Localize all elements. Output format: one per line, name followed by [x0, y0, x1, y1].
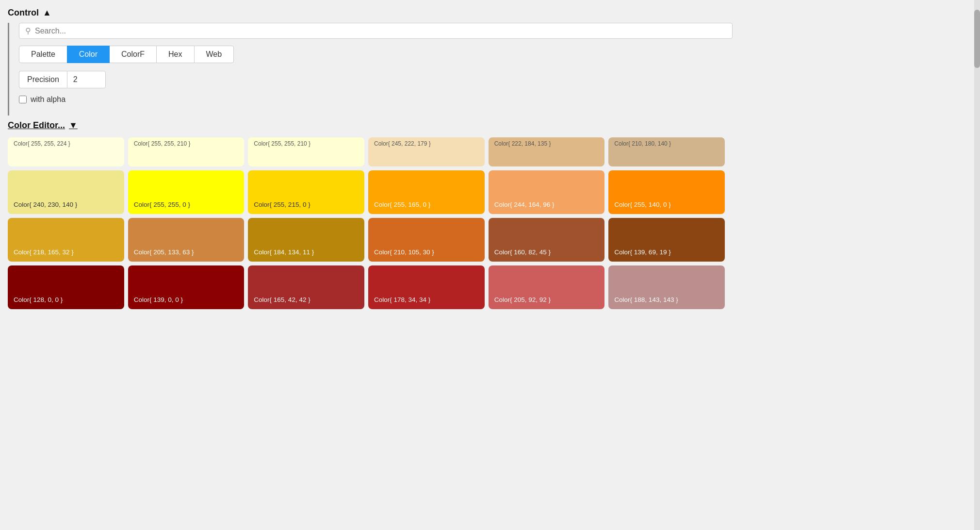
- color-editor-arrow: ▼: [69, 120, 78, 131]
- tab-colorf[interactable]: ColorF: [109, 46, 157, 63]
- color-grid: Color{ 255, 255, 224 } Color{ 255, 255, …: [0, 137, 733, 309]
- color-value: Color{ 128, 0, 0 }: [14, 296, 63, 304]
- search-icon: ⚲: [25, 26, 31, 35]
- list-item[interactable]: Color{ 240, 230, 140 }: [8, 170, 124, 214]
- list-item[interactable]: Color{ 165, 42, 42 }: [248, 265, 364, 309]
- control-body: ⚲ Palette Color ColorF Hex Web Precision…: [8, 23, 733, 116]
- list-item[interactable]: Color{ 218, 165, 32 }: [8, 218, 124, 262]
- color-value: Color{ 244, 164, 96 }: [494, 200, 555, 209]
- color-value: Color{ 255, 165, 0 }: [374, 200, 430, 209]
- tab-group: Palette Color ColorF Hex Web: [19, 46, 733, 63]
- color-value: Color{ 255, 255, 210 }: [134, 140, 191, 148]
- panel-title: Control: [8, 8, 39, 18]
- search-bar: ⚲: [19, 23, 733, 39]
- tab-hex[interactable]: Hex: [156, 46, 194, 63]
- list-item[interactable]: Color{ 160, 82, 45 }: [489, 218, 605, 262]
- color-value: Color{ 245, 222, 179 }: [374, 140, 431, 148]
- list-item[interactable]: Color{ 205, 133, 63 }: [128, 218, 245, 262]
- alpha-row: with alpha: [19, 95, 733, 104]
- color-value: Color{ 165, 42, 42 }: [254, 296, 310, 304]
- list-item[interactable]: Color{ 178, 34, 34 }: [368, 265, 485, 309]
- color-value: Color{ 205, 133, 63 }: [134, 248, 194, 257]
- list-item[interactable]: Color{ 139, 69, 19 }: [608, 218, 725, 262]
- list-item[interactable]: Color{ 255, 140, 0 }: [608, 170, 725, 214]
- alpha-checkbox[interactable]: [19, 96, 27, 103]
- color-value: Color{ 178, 34, 34 }: [374, 296, 430, 304]
- color-value: Color{ 218, 165, 32 }: [14, 248, 74, 257]
- color-value: Color{ 255, 255, 0 }: [134, 200, 190, 209]
- color-value: Color{ 210, 180, 140 }: [614, 140, 671, 148]
- color-value: Color{ 139, 69, 19 }: [614, 248, 670, 257]
- tab-color[interactable]: Color: [67, 46, 110, 63]
- list-item[interactable]: Color{ 255, 215, 0 }: [248, 170, 364, 214]
- color-value: Color{ 188, 143, 143 }: [614, 296, 678, 304]
- color-value: Color{ 160, 82, 45 }: [494, 248, 551, 257]
- alpha-label: with alpha: [31, 95, 65, 104]
- search-input[interactable]: [35, 27, 726, 35]
- list-item[interactable]: Color{ 255, 165, 0 }: [368, 170, 485, 214]
- color-value: Color{ 184, 134, 11 }: [254, 248, 314, 257]
- precision-label: Precision: [19, 71, 67, 88]
- control-panel: Control ▲ ⚲ Palette Color ColorF Hex Web…: [0, 0, 733, 314]
- list-item[interactable]: Color{ 222, 184, 135 }: [489, 137, 605, 166]
- list-item[interactable]: Color{ 244, 164, 96 }: [489, 170, 605, 214]
- list-item[interactable]: Color{ 255, 255, 224 }: [8, 137, 124, 166]
- precision-row: Precision: [19, 71, 733, 88]
- color-editor-label: Color Editor...: [8, 120, 65, 131]
- list-item[interactable]: Color{ 210, 105, 30 }: [368, 218, 485, 262]
- list-item[interactable]: Color{ 255, 255, 0 }: [128, 170, 245, 214]
- color-value: Color{ 240, 230, 140 }: [14, 200, 77, 209]
- list-item[interactable]: Color{ 188, 143, 143 }: [608, 265, 725, 309]
- list-item[interactable]: Color{ 255, 255, 210 }: [128, 137, 245, 166]
- list-item[interactable]: Color{ 205, 92, 92 }: [489, 265, 605, 309]
- panel-header: Control ▲: [0, 5, 733, 23]
- list-item[interactable]: Color{ 184, 134, 11 }: [248, 218, 364, 262]
- list-item[interactable]: Color{ 255, 255, 210 }: [248, 137, 364, 166]
- color-value: Color{ 255, 255, 224 }: [14, 140, 70, 148]
- list-item[interactable]: Color{ 245, 222, 179 }: [368, 137, 485, 166]
- color-editor-header[interactable]: Color Editor... ▼: [0, 116, 733, 137]
- list-item[interactable]: Color{ 210, 180, 140 }: [608, 137, 725, 166]
- color-value: Color{ 139, 0, 0 }: [134, 296, 183, 304]
- list-item[interactable]: Color{ 139, 0, 0 }: [128, 265, 245, 309]
- panel-arrow[interactable]: ▲: [43, 8, 51, 18]
- color-value: Color{ 222, 184, 135 }: [494, 140, 551, 148]
- tab-web[interactable]: Web: [194, 46, 234, 63]
- tab-palette[interactable]: Palette: [19, 46, 67, 63]
- color-value: Color{ 205, 92, 92 }: [494, 296, 551, 304]
- list-item[interactable]: Color{ 128, 0, 0 }: [8, 265, 124, 309]
- precision-input[interactable]: [67, 71, 106, 88]
- color-value: Color{ 255, 215, 0 }: [254, 200, 310, 209]
- color-value: Color{ 255, 140, 0 }: [614, 200, 670, 209]
- color-value: Color{ 210, 105, 30 }: [374, 248, 434, 257]
- color-value: Color{ 255, 255, 210 }: [254, 140, 310, 148]
